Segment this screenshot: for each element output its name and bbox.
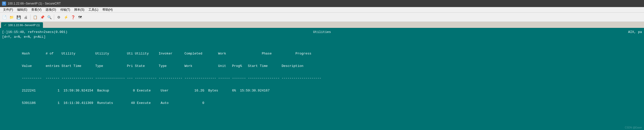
help-button[interactable]: ❓	[70, 14, 76, 21]
utility-table: Hash # of Utility Utility Uti Utility In…	[2, 44, 642, 113]
menu-options[interactable]: 选项(O)	[43, 7, 58, 12]
title-center: Utilities	[313, 30, 331, 35]
paste-button[interactable]: 📌	[39, 14, 45, 21]
menu-edit[interactable]: 编辑(E)	[15, 7, 29, 12]
status-line-2: [d=Y, a=N, e=N, p=ALL]	[2, 35, 642, 40]
menu-transfer[interactable]: 传输(T)	[58, 7, 72, 12]
find-button[interactable]: 🔍	[46, 14, 53, 21]
map-button[interactable]: 🗺	[77, 14, 83, 21]
app-icon: S	[2, 2, 6, 6]
table-header-row2: Value entries Start Time Type Pri State …	[2, 64, 642, 69]
copy-button[interactable]: 📋	[32, 14, 38, 21]
title-bar: S 100.1.22.66--ServerIP (1) - SecureCRT	[0, 0, 644, 7]
menu-file[interactable]: 文件(F)	[1, 7, 15, 12]
tab-check-icon: ✓	[4, 23, 7, 27]
terminal-tab[interactable]: ✓ 100.1.22.66--ServerIP (1)	[1, 22, 43, 28]
menu-tools[interactable]: 工具(L)	[86, 7, 100, 12]
menu-script[interactable]: 脚本(S)	[72, 7, 86, 12]
table-header-row1: Hash # of Utility Utility Uti Utility In…	[2, 51, 642, 56]
print-button[interactable]: 🖨	[22, 14, 29, 21]
toolbar: 📄 📁 💾 🖨 📋 📌 🔍 ⚙ ⚡ ❓ 🗺	[0, 13, 644, 22]
quick-connect-button[interactable]: ⚡	[63, 14, 69, 21]
watermark: CSDN @Easer	[625, 126, 642, 129]
table-divider: ---------- ------- ---------------- ----…	[2, 76, 642, 81]
save-button[interactable]: 💾	[15, 14, 22, 21]
new-session-button[interactable]: 📄	[1, 14, 8, 21]
open-button[interactable]: 📁	[8, 14, 15, 21]
title-right: AIX, pa	[628, 30, 642, 35]
table-row-2: 5391186 1 16:11:30.411369 Runstats 40 Ex…	[2, 101, 642, 106]
terminal-area[interactable]: [-]16:15:40, refresh=2secs(0.001) Utilit…	[0, 28, 644, 130]
menu-help[interactable]: 帮助(H)	[100, 7, 115, 12]
menu-view[interactable]: 查看(V)	[29, 7, 43, 12]
status-line-1: [-]16:15:40, refresh=2secs(0.001)	[2, 30, 67, 35]
table-row-1: 2122241 1 15:59:30.924154 Backup 0 Execu…	[2, 88, 642, 93]
tab-bar: ✓ 100.1.22.66--ServerIP (1)	[0, 22, 644, 28]
toolbar-sep-1	[30, 14, 30, 20]
session-options-button[interactable]: ⚙	[55, 14, 62, 21]
title-text: 100.1.22.66--ServerIP (1) - SecureCRT	[8, 2, 61, 5]
tab-label: 100.1.22.66--ServerIP (1)	[8, 24, 40, 27]
toolbar-sep-2	[54, 14, 54, 20]
menu-bar: 文件(F) 编辑(E) 查看(V) 选项(O) 传输(T) 脚本(S) 工具(L…	[0, 7, 644, 13]
